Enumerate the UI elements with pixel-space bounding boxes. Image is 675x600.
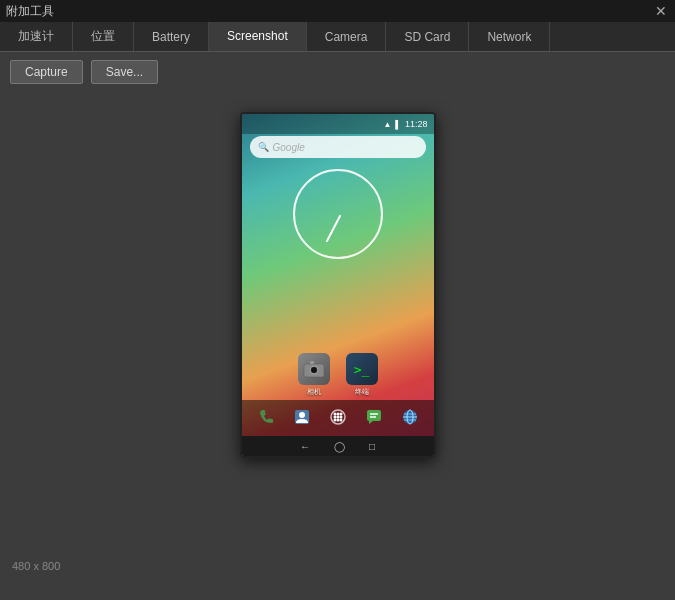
tab-accel[interactable]: 加速计 (0, 22, 73, 51)
signal-icon: ▌ (395, 120, 401, 129)
svg-point-15 (336, 418, 339, 421)
tab-location[interactable]: 位置 (73, 22, 134, 51)
camera-app-icon (298, 353, 330, 385)
dock-apps-icon[interactable] (330, 409, 346, 428)
tab-battery[interactable]: Battery (134, 22, 209, 51)
svg-point-11 (333, 415, 336, 418)
svg-point-14 (333, 418, 336, 421)
tab-screenshot[interactable]: Screenshot (209, 22, 307, 51)
app-icon-terminal[interactable]: >_ 终端 (346, 353, 378, 397)
clock-circle (293, 169, 383, 259)
dimensions-label: 480 x 800 (12, 560, 60, 572)
svg-point-16 (339, 418, 342, 421)
search-bar[interactable]: 🔍 Google (250, 136, 426, 158)
camera-app-label: 相机 (307, 387, 321, 397)
svg-point-8 (333, 412, 336, 415)
svg-rect-4 (310, 361, 314, 364)
status-bar: ▲ ▌ 11:28 (242, 114, 434, 134)
dock-phone-icon[interactable] (258, 409, 274, 428)
dock (242, 400, 434, 436)
svg-point-9 (336, 412, 339, 415)
tab-sdcard[interactable]: SD Card (386, 22, 469, 51)
phone-frame: ▲ ▌ 11:28 🔍 Google (240, 112, 436, 458)
titlebar: 附加工具 ✕ (0, 0, 675, 22)
clock-hands (295, 171, 385, 261)
app-icon-camera[interactable]: 相机 (298, 353, 330, 397)
search-placeholder: Google (273, 142, 305, 153)
screenshot-preview-area: ▲ ▌ 11:28 🔍 Google (0, 92, 675, 576)
clock-widget (293, 169, 383, 259)
phone-screen: ▲ ▌ 11:28 🔍 Google (242, 114, 434, 456)
tab-network[interactable]: Network (469, 22, 550, 51)
nav-bar: ← ◯ □ (242, 436, 434, 456)
svg-point-6 (299, 412, 305, 418)
terminal-app-icon: >_ (346, 353, 378, 385)
svg-point-12 (336, 415, 339, 418)
search-icon: 🔍 (258, 142, 269, 152)
home-nav-button[interactable]: ◯ (334, 441, 345, 452)
titlebar-title: 附加工具 (6, 3, 54, 20)
app-icons-row: 相机 >_ 终端 (242, 349, 434, 401)
svg-point-10 (339, 412, 342, 415)
wifi-icon: ▲ (383, 120, 391, 129)
terminal-app-label: 终端 (355, 387, 369, 397)
tabbar: 加速计 位置 Battery Screenshot Camera SD Card… (0, 22, 675, 52)
status-time: 11:28 (405, 119, 428, 129)
svg-line-0 (327, 216, 340, 241)
dock-browser-icon[interactable] (402, 409, 418, 428)
capture-button[interactable]: Capture (10, 60, 83, 84)
svg-point-3 (311, 368, 316, 373)
dock-contacts-icon[interactable] (294, 409, 310, 428)
save-button[interactable]: Save... (91, 60, 158, 84)
back-nav-button[interactable]: ← (300, 441, 310, 452)
svg-rect-17 (367, 410, 381, 421)
toolbar: Capture Save... (0, 52, 675, 92)
svg-point-13 (339, 415, 342, 418)
dock-messages-icon[interactable] (366, 409, 382, 428)
recents-nav-button[interactable]: □ (369, 441, 375, 452)
close-button[interactable]: ✕ (653, 3, 669, 19)
tab-camera[interactable]: Camera (307, 22, 387, 51)
